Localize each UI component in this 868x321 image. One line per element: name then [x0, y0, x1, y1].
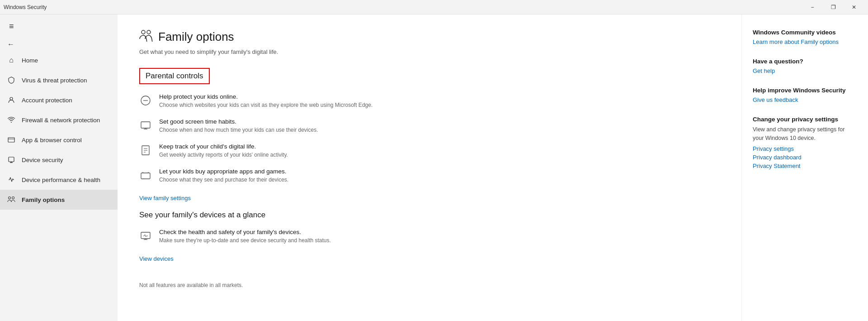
improve-title: Help improve Windows Security — [753, 87, 857, 94]
track-digital-icon — [139, 144, 152, 157]
privacy-section: Change your privacy settings View and ch… — [753, 116, 857, 169]
sidebar-item-home-label: Home — [22, 57, 38, 64]
screen-time-icon — [139, 119, 152, 132]
privacy-dashboard-link[interactable]: Privacy dashboard — [753, 154, 802, 161]
question-section: Have a question? Get help — [753, 58, 857, 74]
page-subtitle: Get what you need to simplify your famil… — [139, 48, 720, 55]
feature-track-digital-title: Keep track of your child's digital life. — [159, 143, 288, 150]
svg-rect-1 — [8, 138, 14, 142]
sidebar-item-virus-label: Virus & threat protection — [22, 77, 87, 84]
svg-point-8 — [142, 30, 145, 34]
window-controls: − ❐ ✕ — [802, 0, 864, 14]
app-title: Windows Security — [4, 4, 47, 10]
sidebar-item-app-label: App & browser control — [22, 137, 82, 144]
community-link[interactable]: Learn more about Family options — [753, 38, 839, 45]
feature-protect-kids-desc: Choose which websites your kids can visi… — [159, 101, 373, 109]
svg-point-6 — [9, 197, 11, 199]
feature-apps-games-text: Let your kids buy appropriate apps and g… — [159, 168, 288, 184]
svg-rect-19 — [141, 173, 150, 179]
privacy-desc: View and change privacy settings for you… — [753, 125, 857, 143]
sidebar-item-account-label: Account protection — [22, 97, 72, 104]
view-devices-link[interactable]: View devices — [139, 255, 174, 262]
page-icon — [139, 29, 153, 45]
minimize-button[interactable]: − — [802, 0, 823, 14]
restore-button[interactable]: ❐ — [823, 0, 844, 14]
feedback-link[interactable]: Give us feedback — [753, 96, 798, 103]
feature-screen-time-desc: Choose when and how much time your kids … — [159, 126, 318, 134]
health-icon — [7, 176, 15, 184]
browser-icon — [7, 136, 15, 144]
feature-protect-kids-title: Help protect your kids online. — [159, 93, 373, 100]
hamburger-button[interactable]: ≡ — [7, 20, 16, 33]
feature-track-digital: Keep track of your child's digital life.… — [139, 143, 720, 159]
device-security-icon — [7, 156, 15, 164]
footer-note: Not all features are available in all ma… — [139, 282, 720, 288]
feature-check-health: Check the health and safety of your fami… — [139, 229, 720, 244]
feature-check-health-desc: Make sure they're up-to-date and see dev… — [159, 236, 331, 244]
main-content: Family options Get what you need to simp… — [118, 14, 741, 321]
privacy-settings-link[interactable]: Privacy settings — [753, 145, 794, 152]
apps-games-icon — [139, 169, 152, 182]
get-help-link[interactable]: Get help — [753, 67, 775, 74]
svg-point-7 — [12, 197, 14, 199]
feature-track-digital-text: Keep track of your child's digital life.… — [159, 143, 288, 159]
feature-screen-time-title: Set good screen time habits. — [159, 118, 318, 125]
sidebar-item-firewall-label: Firewall & network protection — [22, 117, 100, 124]
parental-controls-title: Parental controls — [139, 68, 210, 84]
sidebar-item-firewall[interactable]: Firewall & network protection — [0, 110, 118, 130]
feature-apps-games-desc: Choose what they see and purchase for th… — [159, 176, 288, 184]
shield-icon — [7, 76, 15, 84]
check-health-icon — [139, 230, 152, 242]
sidebar-item-device-perf[interactable]: Device performance & health — [0, 170, 118, 190]
feature-apps-games-title: Let your kids buy appropriate apps and g… — [159, 168, 288, 175]
feature-check-health-text: Check the health and safety of your fami… — [159, 229, 331, 244]
person-icon — [7, 96, 15, 104]
sidebar: ≡ ← Home Virus & threat protection Accou… — [0, 14, 118, 321]
feature-check-health-title: Check the health and safety of your fami… — [159, 229, 331, 235]
protect-kids-icon — [139, 94, 152, 107]
question-title: Have a question? — [753, 58, 857, 65]
sidebar-item-family[interactable]: Family options — [0, 190, 118, 210]
page-header: Family options — [139, 29, 720, 45]
svg-rect-12 — [141, 122, 150, 128]
sidebar-item-app[interactable]: App & browser control — [0, 130, 118, 150]
community-section: Windows Community videos Learn more abou… — [753, 29, 857, 45]
improve-section: Help improve Windows Security Give us fe… — [753, 87, 857, 103]
sidebar-item-device-perf-label: Device performance & health — [22, 177, 100, 183]
feature-track-digital-desc: Get weekly activity reports of your kids… — [159, 151, 288, 159]
svg-point-0 — [10, 97, 13, 100]
sidebar-header: ≡ — [0, 14, 118, 38]
sidebar-item-virus[interactable]: Virus & threat protection — [0, 70, 118, 90]
svg-rect-22 — [141, 232, 150, 239]
svg-point-9 — [147, 30, 151, 34]
right-panel: Windows Community videos Learn more abou… — [741, 14, 868, 321]
view-family-settings-link[interactable]: View family settings — [139, 195, 191, 201]
devices-section-title: See your family's devices at a glance — [139, 211, 720, 220]
feature-apps-games: Let your kids buy appropriate apps and g… — [139, 168, 720, 184]
feature-screen-time-text: Set good screen time habits. Choose when… — [159, 118, 318, 134]
close-button[interactable]: ✕ — [844, 0, 864, 14]
app-body: ≡ ← Home Virus & threat protection Accou… — [0, 14, 868, 321]
privacy-title: Change your privacy settings — [753, 116, 857, 123]
feature-protect-kids: Help protect your kids online. Choose wh… — [139, 93, 720, 109]
privacy-statement-link[interactable]: Privacy Statement — [753, 163, 801, 169]
family-icon — [7, 196, 15, 204]
home-icon — [7, 56, 15, 64]
sidebar-item-account[interactable]: Account protection — [0, 90, 118, 110]
svg-rect-3 — [9, 157, 14, 162]
community-title: Windows Community videos — [753, 29, 857, 36]
sidebar-item-device-security[interactable]: Device security — [0, 150, 118, 170]
feature-protect-kids-text: Help protect your kids online. Choose wh… — [159, 93, 373, 109]
feature-screen-time: Set good screen time habits. Choose when… — [139, 118, 720, 134]
page-title: Family options — [158, 30, 234, 44]
sidebar-item-family-label: Family options — [22, 196, 65, 203]
sidebar-item-device-security-label: Device security — [22, 157, 63, 163]
sidebar-item-home[interactable]: Home — [0, 50, 118, 70]
titlebar: Windows Security − ❐ ✕ — [0, 0, 868, 14]
back-button[interactable]: ← — [0, 38, 118, 50]
wifi-icon — [7, 116, 15, 124]
